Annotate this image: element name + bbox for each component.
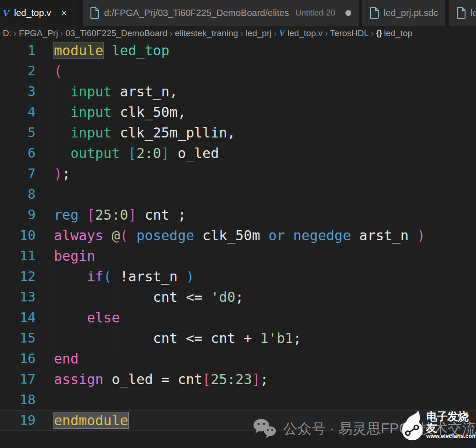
code-token: clk_50m, <box>111 104 186 120</box>
code-token: if <box>87 269 103 285</box>
code-text: assign o_led = cnt[25:23]; <box>54 369 269 390</box>
line-number[interactable]: 14 <box>0 307 36 328</box>
code-line-16[interactable]: 16end <box>0 348 476 369</box>
code-text: input clk_25m_pllin, <box>54 122 235 143</box>
breadcrumb-item-fpga-prj[interactable]: FPGA_Prj <box>18 28 59 38</box>
code-line-18[interactable]: 18 <box>0 390 476 410</box>
code-line-4[interactable]: 4 input clk_50m, <box>0 102 476 122</box>
code-line-17[interactable]: 17assign o_led = cnt[25:23]; <box>0 369 476 390</box>
code-token: module <box>54 42 103 58</box>
line-number[interactable]: 5 <box>0 122 36 143</box>
indent-guide <box>120 287 120 307</box>
code-token <box>54 84 70 100</box>
line-number[interactable]: 12 <box>0 266 36 287</box>
code-token: ] <box>161 145 169 161</box>
elecfans-brand-text: 电子发烧友 <box>426 411 476 433</box>
code-line-6[interactable]: 6 output [2:0] o_led <box>0 143 476 163</box>
code-line-15[interactable]: 15 cnt <= cnt + 1'b1; <box>0 328 476 348</box>
code-text: else <box>54 307 120 328</box>
indent-guide <box>87 287 87 307</box>
chevron-right-icon: › <box>168 28 174 38</box>
code-token: !arst_n <box>111 269 186 285</box>
code-token: ) <box>186 269 194 285</box>
wechat-icon <box>252 418 278 439</box>
breadcrumb-item-elitestek-traning[interactable]: elitestek_traning <box>174 28 239 38</box>
line-number[interactable]: 4 <box>0 102 36 122</box>
code-line-2[interactable]: 2( <box>0 61 476 81</box>
code-text: reg [25:0] cnt ; <box>54 205 186 225</box>
editor-tab-2[interactable]: d:/FPGA_Prj/03_Ti60F225_DemoBoard/elites… <box>83 0 359 26</box>
code-line-10[interactable]: 10always @( posedge clk_50m or negedge a… <box>0 225 476 246</box>
code-token: clk_50m <box>194 227 269 243</box>
line-number[interactable]: 15 <box>0 328 36 348</box>
code-token: ; <box>293 330 301 346</box>
code-line-3[interactable]: 3 input arst_n, <box>0 81 476 102</box>
code-token: always <box>54 227 103 243</box>
code-line-12[interactable]: 12 if( !arst_n ) <box>0 266 476 287</box>
code-token: cnt <= cnt + <box>54 330 260 346</box>
code-line-11[interactable]: 11begin <box>0 246 476 266</box>
code-token: negedge <box>293 227 351 243</box>
line-number[interactable]: 18 <box>0 390 36 410</box>
code-token <box>79 207 87 223</box>
line-number[interactable]: 19 <box>0 410 36 431</box>
symbol-module-icon: {} <box>376 28 381 38</box>
code-token: clk_25m_pllin, <box>111 125 235 141</box>
indent-guide <box>87 328 87 348</box>
line-number[interactable]: 9 <box>0 205 36 225</box>
code-token: endmodule <box>54 412 128 428</box>
code-token: [ <box>87 207 95 223</box>
code-text: if( !arst_n ) <box>54 266 194 287</box>
code-text: endmodule <box>54 410 128 431</box>
line-number[interactable]: 16 <box>0 348 36 369</box>
line-number[interactable]: 1 <box>0 40 36 61</box>
code-token: o_led = cnt <box>103 371 202 387</box>
chevron-right-icon: › <box>239 28 244 38</box>
line-number[interactable]: 13 <box>0 287 36 307</box>
indent-guide <box>54 307 54 328</box>
line-number[interactable]: 2 <box>0 61 36 81</box>
code-line-14[interactable]: 14 else <box>0 307 476 328</box>
file-icon <box>370 7 379 19</box>
code-token: cnt ; <box>137 207 186 223</box>
code-line-13[interactable]: 13 cnt <= 'd0; <box>0 287 476 307</box>
line-number[interactable]: 17 <box>0 369 36 390</box>
code-token: cnt <= <box>54 289 211 305</box>
modified-dot-icon <box>345 10 351 16</box>
breadcrumb-label: 03_Ti60F225_DemoBoard <box>65 28 167 38</box>
breadcrumb-item-teroshdl[interactable]: TerosHDL <box>329 28 370 38</box>
editor-tab-1[interactable]: Vled_top.v× <box>0 0 75 26</box>
code-token: 'd0 <box>211 289 235 305</box>
code-line-5[interactable]: 5 input clk_25m_pllin, <box>0 122 476 143</box>
line-number[interactable]: 3 <box>0 81 36 102</box>
code-token: o_led <box>169 145 219 161</box>
code-line-1[interactable]: 1module led_top <box>0 40 476 61</box>
chevron-right-icon: › <box>370 28 375 38</box>
code-line-8[interactable]: 8 <box>0 184 476 205</box>
code-line-9[interactable]: 9reg [25:0] cnt ; <box>0 205 476 225</box>
line-number[interactable]: 11 <box>0 246 36 266</box>
breadcrumb-item-led-prj[interactable]: led_prj <box>244 28 272 38</box>
editor-tab-3[interactable]: led_prj.pt.sdc <box>362 0 445 26</box>
code-editor[interactable]: 1module led_top2(3 input arst_n,4 input … <box>0 40 476 431</box>
code-token <box>54 269 87 285</box>
elecfans-watermark: 电子发烧友 www.elecfans.com <box>401 409 476 442</box>
indent-guide <box>54 102 54 122</box>
line-number[interactable]: 10 <box>0 225 36 246</box>
code-token: or <box>269 227 285 243</box>
breadcrumb-item-03-ti60f225-demoboard[interactable]: 03_Ti60F225_DemoBoard <box>64 28 168 38</box>
chevron-right-icon: › <box>59 28 64 38</box>
close-icon[interactable]: × <box>60 8 68 18</box>
breadcrumb-item-led-top[interactable]: {}led_top <box>375 28 413 38</box>
editor-tab-4[interactable]: led <box>449 0 476 26</box>
breadcrumb-item-led-top-v[interactable]: Vled_top.v <box>278 28 323 38</box>
breadcrumb-label: TerosHDL <box>330 28 369 38</box>
code-token: reg <box>54 207 79 223</box>
breadcrumb-item-d-[interactable]: D: <box>2 28 12 38</box>
code-line-7[interactable]: 7); <box>0 163 476 184</box>
line-number[interactable]: 6 <box>0 143 36 163</box>
line-number[interactable]: 7 <box>0 163 36 184</box>
line-number[interactable]: 8 <box>0 184 36 205</box>
chevron-right-icon: › <box>323 28 329 38</box>
code-token: input <box>70 84 111 100</box>
